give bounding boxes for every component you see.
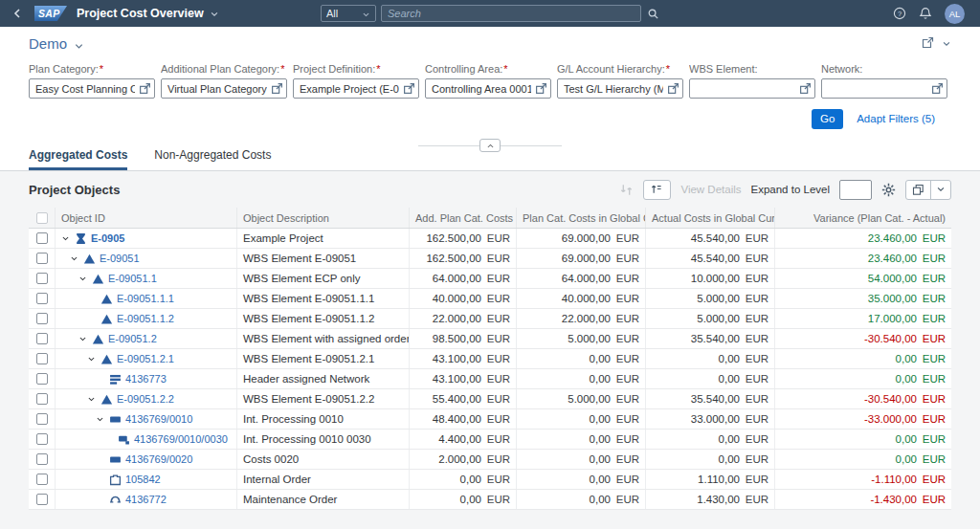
value-help-icon[interactable] (667, 82, 679, 95)
row-checkbox[interactable] (36, 273, 48, 284)
tab-aggregated-costs[interactable]: Aggregated Costs (29, 148, 127, 170)
value-help-icon[interactable] (139, 82, 151, 95)
row-checkbox[interactable] (36, 393, 48, 405)
row-checkbox[interactable] (36, 232, 48, 244)
select-all-checkbox[interactable] (36, 212, 48, 224)
filter-field-input[interactable] (689, 78, 815, 99)
value-help-icon[interactable] (271, 82, 283, 95)
filter-field: Project Definition:* (293, 63, 419, 99)
notifications-bell-icon[interactable] (919, 7, 932, 20)
object-description: WBS Element with assigned orders (237, 329, 410, 348)
variance-cell: -1.430,00EUR (775, 490, 951, 509)
share-icon[interactable] (921, 36, 934, 50)
tab-non-aggregated-costs[interactable]: Non-Aggregated Costs (154, 148, 271, 170)
object-id-link[interactable]: 4136772 (125, 494, 167, 505)
row-checkbox[interactable] (36, 433, 48, 445)
value-help-icon[interactable] (799, 82, 812, 95)
object-id-link[interactable]: E-09051.1.2 (117, 313, 174, 324)
go-button[interactable]: Go (812, 109, 843, 129)
row-expander-chevron-icon[interactable] (87, 394, 100, 404)
row-checkbox[interactable] (36, 474, 48, 485)
row-expander-chevron-icon[interactable] (96, 414, 109, 424)
column-header-plan-costs[interactable]: Plan Cat. Costs in Global Curr... (517, 208, 646, 228)
filter-field-input[interactable] (293, 78, 419, 99)
expand-all-button[interactable] (643, 180, 671, 200)
export-menu-chevron[interactable] (931, 181, 950, 199)
expand-to-level-label: Expand to Level (751, 184, 830, 195)
expand-all-icon (650, 183, 664, 197)
row-checkbox[interactable] (36, 253, 48, 264)
row-expander-chevron-icon[interactable] (87, 354, 100, 364)
plan-costs-cell: 40.000,00EUR (517, 289, 646, 308)
select-all-cell[interactable] (29, 208, 56, 228)
wbs-element-icon (100, 313, 113, 325)
row-expander-chevron-icon[interactable] (78, 334, 92, 343)
value-help-icon[interactable] (535, 82, 547, 95)
settings-gear-icon[interactable] (881, 183, 896, 197)
actual-costs-cell: 35.540,00EUR (646, 329, 775, 348)
row-checkbox[interactable] (36, 333, 48, 344)
expand-level-input[interactable] (839, 180, 872, 200)
object-id-link[interactable]: E-09051.2.2 (117, 393, 174, 405)
object-id-link[interactable]: E-0905 (91, 232, 124, 244)
row-checkbox[interactable] (36, 413, 48, 425)
column-header-actual-costs[interactable]: Actual Costs in Global Curren... (646, 208, 775, 228)
add-plan-costs-cell: 48.400,00EUR (410, 409, 517, 429)
avatar[interactable]: AL (945, 4, 965, 24)
filter-field-input[interactable] (821, 78, 947, 99)
column-header-object-id[interactable]: Object ID (56, 208, 237, 228)
search-input[interactable] (381, 5, 641, 22)
row-checkbox[interactable] (36, 313, 48, 324)
object-id-link[interactable]: E-09051.1.1 (117, 293, 174, 304)
plan-costs-cell: 5.000,00EUR (517, 389, 646, 408)
object-id-link[interactable]: 4136769/0020 (125, 453, 192, 465)
value-help-icon[interactable] (931, 82, 944, 95)
object-id-link[interactable]: E-09051.2.1 (117, 353, 174, 364)
object-id-link[interactable]: 4136769/0010 (125, 413, 192, 425)
column-header-variance[interactable]: Variance (Plan Cat. - Actual) (775, 208, 951, 228)
help-icon[interactable]: ? (893, 7, 906, 20)
object-id-link[interactable]: 4136769/0010/0030 (134, 433, 228, 445)
object-id-link[interactable]: 105842 (125, 474, 161, 485)
object-description: Internal Order (237, 470, 410, 489)
filter-field-input[interactable] (161, 78, 287, 99)
filter-field-input[interactable] (29, 78, 155, 99)
chevron-down-icon[interactable] (942, 38, 951, 48)
search-scope-select[interactable]: All (321, 5, 376, 22)
object-id-link[interactable]: 4136773 (125, 373, 167, 385)
row-checkbox[interactable] (36, 494, 48, 505)
adapt-filters-link[interactable]: Adapt Filters (5) (857, 113, 935, 124)
export-button[interactable] (906, 181, 931, 199)
column-header-add-plan-costs[interactable]: Add. Plan Cat. Costs in Global... (410, 208, 517, 228)
plan-costs-cell: 0,00EUR (517, 490, 646, 509)
row-checkbox[interactable] (36, 453, 48, 465)
collapse-all-icon[interactable] (619, 183, 634, 197)
chevron-down-icon (362, 10, 370, 18)
sap-logo[interactable]: SAP (34, 6, 67, 21)
variant-selector[interactable]: Demo (29, 35, 84, 52)
row-expander-chevron-icon[interactable] (70, 253, 83, 263)
object-id-link[interactable]: E-09051 (100, 253, 140, 264)
back-icon[interactable] (11, 7, 25, 20)
row-expander-chevron-icon[interactable] (78, 274, 92, 283)
table-header-row: Object ID Object Description Add. Plan C… (29, 208, 951, 229)
value-help-icon[interactable] (403, 82, 415, 95)
filter-field-input[interactable] (425, 78, 551, 99)
filter-field-input[interactable] (557, 78, 683, 99)
search-icon[interactable] (647, 8, 659, 20)
row-checkbox[interactable] (36, 353, 48, 364)
object-id-link[interactable]: E-09051.1 (108, 273, 157, 284)
add-plan-costs-cell: 98.500,00EUR (410, 329, 517, 348)
view-details-button[interactable]: View Details (680, 184, 741, 195)
app-title[interactable]: Project Cost Overview (77, 7, 219, 20)
variance-cell: 23.460,00EUR (775, 229, 951, 248)
column-header-object-description[interactable]: Object Description (237, 208, 410, 228)
row-expander-chevron-icon[interactable] (61, 233, 75, 243)
plan-costs-cell: 0,00EUR (517, 450, 646, 469)
collapse-header-handle[interactable] (479, 139, 501, 152)
row-checkbox[interactable] (36, 293, 48, 304)
row-checkbox[interactable] (36, 373, 48, 385)
project-objects-table: Object ID Object Description Add. Plan C… (29, 208, 951, 510)
object-description: WBS Element E-09051.1.2 (237, 309, 410, 328)
object-id-link[interactable]: E-09051.2 (108, 333, 157, 344)
